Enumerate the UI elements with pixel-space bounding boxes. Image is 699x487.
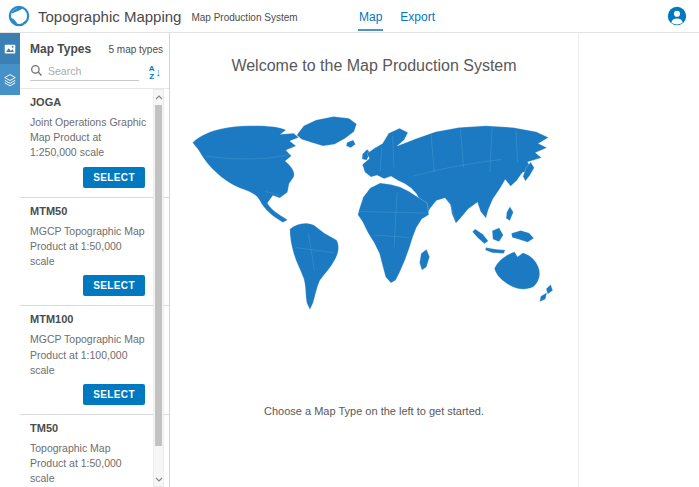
user-avatar-icon[interactable]	[667, 6, 687, 26]
app-title: Topographic Mapping	[38, 8, 181, 25]
map-type-title: MTM50	[30, 205, 147, 217]
map-types-panel: Map Types 5 map types AZ ↓ JOGA	[20, 33, 169, 487]
map-type-item: MTM100 MGCP Topographic Map Product at 1…	[20, 306, 169, 415]
map-type-count: 5 map types	[109, 44, 163, 55]
sidebar-scrollbar[interactable]	[153, 89, 164, 487]
map-type-list: JOGA Joint Operations Graphic Map Produc…	[20, 88, 169, 487]
map-types-icon[interactable]	[0, 33, 20, 64]
map-type-description: Joint Operations Graphic Map Product at …	[30, 115, 147, 161]
app-subtitle: Map Production System	[191, 12, 297, 23]
panel-title: Map Types	[30, 42, 91, 56]
welcome-panel: Welcome to the Map Production System	[170, 33, 579, 487]
tab-map[interactable]: Map	[358, 1, 383, 31]
select-button[interactable]: SELECT	[83, 384, 145, 405]
world-map	[181, 109, 567, 319]
map-type-item: JOGA Joint Operations Graphic Map Produc…	[20, 89, 169, 198]
select-button[interactable]: SELECT	[83, 275, 145, 296]
tab-export[interactable]: Export	[399, 1, 436, 31]
right-spacer	[579, 33, 699, 487]
instruction-text: Choose a Map Type on the left to get sta…	[264, 405, 484, 417]
search-input[interactable]	[48, 65, 126, 77]
search-icon	[30, 64, 43, 77]
map-type-title: MTM100	[30, 313, 147, 325]
map-type-title: JOGA	[30, 96, 147, 108]
app-header: Topographic Mapping Map Production Syste…	[0, 0, 699, 33]
action-bar	[0, 33, 20, 95]
chevron-down-icon[interactable]	[154, 472, 163, 486]
map-type-title: TM50	[30, 422, 147, 434]
sort-az-icon[interactable]: AZ ↓	[147, 65, 163, 81]
map-type-item: MTM50 MGCP Topographic Map Product at 1:…	[20, 198, 169, 307]
globe-icon	[8, 5, 30, 27]
layers-icon[interactable]	[0, 64, 20, 95]
select-button[interactable]: SELECT	[83, 167, 145, 188]
map-types-sidebar: Map Types 5 map types AZ ↓ JOGA	[0, 33, 170, 487]
map-type-description: Topographic Map Product at 1:50,000 scal…	[30, 441, 147, 487]
map-type-items: JOGA Joint Operations Graphic Map Produc…	[20, 89, 169, 487]
main-content: Welcome to the Map Production System	[170, 33, 699, 487]
chevron-up-icon[interactable]	[154, 90, 163, 104]
map-type-description: MGCP Topographic Map Product at 1:100,00…	[30, 332, 147, 378]
search-field	[30, 64, 139, 81]
scrollbar-thumb[interactable]	[155, 105, 162, 446]
map-type-item: TM50 Topographic Map Product at 1:50,000…	[20, 415, 169, 487]
nav-tabs: MapExport	[358, 0, 452, 32]
welcome-heading: Welcome to the Map Production System	[231, 57, 516, 75]
map-type-description: MGCP Topographic Map Product at 1:50,000…	[30, 224, 147, 270]
